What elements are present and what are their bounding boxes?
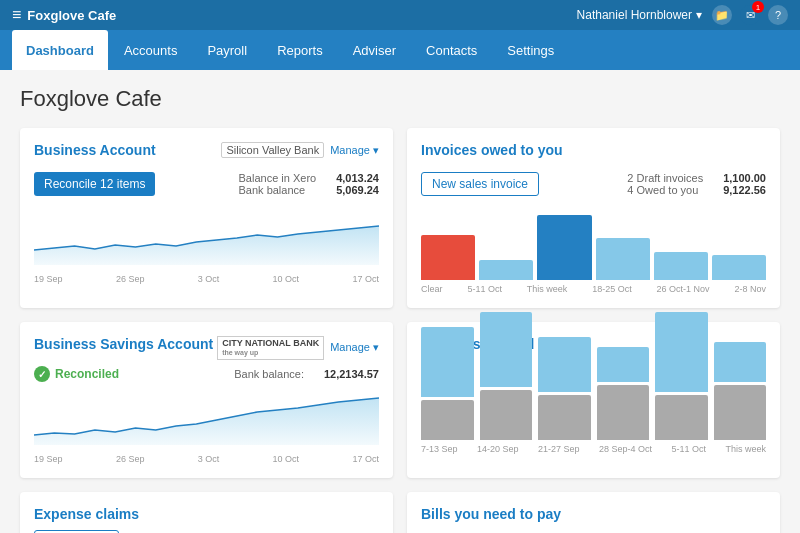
folder-icon[interactable]: 📁 bbox=[712, 5, 732, 25]
cash-bar-1 bbox=[421, 327, 474, 440]
business-account-title: Business Account bbox=[34, 142, 156, 158]
user-menu[interactable]: Nathaniel Hornblower ▾ bbox=[577, 8, 702, 22]
bank-balance-label: Bank balance bbox=[239, 184, 306, 196]
cash-chart-labels: 7-13 Sep 14-20 Sep 21-27 Sep 28 Sep-4 Oc… bbox=[421, 444, 766, 454]
chart-label-4: 10 Oct bbox=[273, 274, 300, 284]
nav-bar: Dashboard Accounts Payroll Reports Advis… bbox=[0, 30, 800, 70]
owed-invoices-label: 4 Owed to you bbox=[627, 184, 698, 196]
check-icon: ✓ bbox=[34, 366, 50, 382]
reconciled-status: ✓ Reconciled bbox=[34, 366, 119, 382]
invoice-bar-3 bbox=[537, 215, 591, 280]
page-content: Foxglove Cafe Business Account Silicon V… bbox=[0, 70, 800, 533]
chevron-down-icon: ▾ bbox=[696, 8, 702, 22]
cash-in-out-chart bbox=[421, 360, 766, 440]
invoice-bar-4 bbox=[596, 238, 650, 280]
cash-label-2: 14-20 Sep bbox=[477, 444, 519, 454]
invoices-bar-chart bbox=[421, 210, 766, 280]
cash-in-out-card: Total cash in and out bbox=[407, 322, 780, 478]
draft-invoices-row: 2 Draft invoices 1,100.00 bbox=[627, 172, 766, 184]
help-icon[interactable]: ? bbox=[768, 5, 788, 25]
top-bar-right: Nathaniel Hornblower ▾ 📁 ✉ 1 ? bbox=[577, 5, 788, 25]
user-name: Nathaniel Hornblower bbox=[577, 8, 692, 22]
nav-item-settings[interactable]: Settings bbox=[493, 30, 568, 70]
draft-invoices-value: 1,100.00 bbox=[723, 172, 766, 184]
dashboard-grid: Business Account Silicon Valley Bank Man… bbox=[20, 128, 780, 533]
owed-invoices-row: 4 Owed to you 9,122.56 bbox=[627, 184, 766, 196]
sav-label-3: 3 Oct bbox=[198, 454, 220, 464]
cash-bar-3 bbox=[538, 337, 591, 440]
reconciled-label: Reconciled bbox=[55, 367, 119, 381]
nav-item-accounts[interactable]: Accounts bbox=[110, 30, 191, 70]
cash-label-5: 5-11 Oct bbox=[671, 444, 706, 454]
cash-bar-5 bbox=[655, 312, 708, 440]
inv-label-1: Clear bbox=[421, 284, 443, 294]
savings-bank-balance-value: 12,2134.57 bbox=[324, 368, 379, 380]
business-account-card: Business Account Silicon Valley Bank Man… bbox=[20, 128, 393, 308]
chart-label-3: 3 Oct bbox=[198, 274, 220, 284]
invoice-bar-1 bbox=[421, 235, 475, 280]
savings-manage-btn[interactable]: Manage bbox=[330, 341, 379, 354]
inv-label-2: 5-11 Oct bbox=[467, 284, 502, 294]
sav-label-1: 19 Sep bbox=[34, 454, 63, 464]
nav-item-contacts[interactable]: Contacts bbox=[412, 30, 491, 70]
savings-bank-balance-label: Bank balance: bbox=[234, 368, 304, 380]
business-account-bank-name: Silicon Valley Bank bbox=[221, 142, 324, 158]
nav-item-reports[interactable]: Reports bbox=[263, 30, 337, 70]
business-account-line-chart bbox=[34, 210, 379, 265]
business-account-manage[interactable]: Manage bbox=[330, 144, 379, 157]
business-account-balance-info: Balance in Xero 4,013.24 Bank balance 5,… bbox=[239, 172, 380, 196]
invoice-stats: 2 Draft invoices 1,100.00 4 Owed to you … bbox=[627, 172, 766, 196]
cash-bar-6 bbox=[714, 342, 767, 440]
savings-account-title: Business Savings Account bbox=[34, 336, 213, 352]
nav-item-payroll[interactable]: Payroll bbox=[193, 30, 261, 70]
app-logo-icon: ≡ bbox=[12, 6, 21, 24]
savings-chart-labels: 19 Sep 26 Sep 3 Oct 10 Oct 17 Oct bbox=[34, 454, 379, 464]
app-branding: ≡ Foxglove Cafe bbox=[12, 6, 116, 24]
cash-label-1: 7-13 Sep bbox=[421, 444, 458, 454]
nav-item-adviser[interactable]: Adviser bbox=[339, 30, 410, 70]
bank-balance-row: Bank balance 5,069.24 bbox=[239, 184, 380, 196]
business-account-chart-labels: 19 Sep 26 Sep 3 Oct 10 Oct 17 Oct bbox=[34, 274, 379, 284]
app-name: Foxglove Cafe bbox=[27, 8, 116, 23]
new-invoice-button[interactable]: New sales invoice bbox=[421, 172, 539, 196]
top-bar-icons: 📁 ✉ 1 ? bbox=[712, 5, 788, 25]
mail-icon[interactable]: ✉ 1 bbox=[740, 5, 760, 25]
draft-invoices-label: 2 Draft invoices bbox=[627, 172, 703, 184]
savings-account-header: Business Savings Account CITY NATIONAL B… bbox=[34, 336, 379, 360]
inv-label-6: 2-8 Nov bbox=[734, 284, 766, 294]
savings-account-card: Business Savings Account CITY NATIONAL B… bbox=[20, 322, 393, 478]
chart-label-5: 17 Oct bbox=[352, 274, 379, 284]
inv-label-5: 26 Oct-1 Nov bbox=[657, 284, 710, 294]
expense-claims-title: Expense claims bbox=[34, 506, 379, 522]
invoice-bar-5 bbox=[654, 252, 708, 280]
savings-balance-info: Bank balance: 12,2134.57 bbox=[234, 368, 379, 380]
reconcile-button[interactable]: Reconcile 12 items bbox=[34, 172, 155, 196]
inv-label-4: 18-25 Oct bbox=[592, 284, 632, 294]
savings-bank-logo: CITY NATIONAL BANK the way up bbox=[217, 336, 324, 360]
savings-account-chart bbox=[34, 390, 379, 450]
page-title: Foxglove Cafe bbox=[20, 86, 780, 112]
expense-claims-card: Expense claims New receipt Your current … bbox=[20, 492, 393, 533]
top-bar: ≡ Foxglove Cafe Nathaniel Hornblower ▾ 📁… bbox=[0, 0, 800, 30]
cash-label-4: 28 Sep-4 Oct bbox=[599, 444, 652, 454]
bills-header: Bills you need to pay bbox=[421, 506, 766, 530]
savings-account-bank-info: CITY NATIONAL BANK the way up Manage bbox=[217, 336, 379, 360]
bank-balance-value: 5,069.24 bbox=[336, 184, 379, 196]
bills-title: Bills you need to pay bbox=[421, 506, 561, 522]
invoices-header: Invoices owed to you bbox=[421, 142, 766, 166]
bills-card: Bills you need to pay New bill 2 Draft b… bbox=[407, 492, 780, 533]
balance-xero-label: Balance in Xero bbox=[239, 172, 317, 184]
sav-label-2: 26 Sep bbox=[116, 454, 145, 464]
invoices-chart-labels: Clear 5-11 Oct This week 18-25 Oct 26 Oc… bbox=[421, 284, 766, 294]
cash-label-3: 21-27 Sep bbox=[538, 444, 580, 454]
invoice-bar-2 bbox=[479, 260, 533, 280]
balance-xero-row: Balance in Xero 4,013.24 bbox=[239, 172, 380, 184]
sav-label-4: 10 Oct bbox=[273, 454, 300, 464]
invoices-card: Invoices owed to you New sales invoice 2… bbox=[407, 128, 780, 308]
balance-xero-value: 4,013.24 bbox=[336, 172, 379, 184]
invoices-title: Invoices owed to you bbox=[421, 142, 563, 158]
cash-label-6: This week bbox=[725, 444, 766, 454]
owed-invoices-value: 9,122.56 bbox=[723, 184, 766, 196]
chart-label-2: 26 Sep bbox=[116, 274, 145, 284]
nav-item-dashboard[interactable]: Dashboard bbox=[12, 30, 108, 70]
